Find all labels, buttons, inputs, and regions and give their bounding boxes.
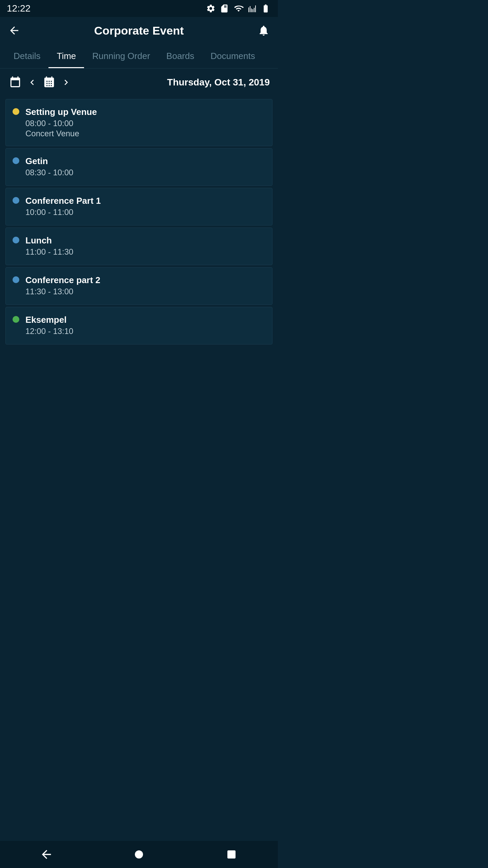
event-content: Getin 08:30 - 10:00 (25, 156, 265, 178)
calendar-nav-controls (8, 75, 73, 90)
back-button[interactable] (8, 24, 20, 37)
event-item[interactable]: Lunch 11:00 - 11:30 (5, 228, 272, 265)
event-dot (13, 276, 19, 283)
event-location: Concert Venue (25, 129, 265, 138)
status-time: 12:22 (7, 3, 30, 14)
event-time: 12:00 - 13:10 (25, 327, 265, 336)
tab-bar: Details Time Running Order Boards Docume… (0, 44, 278, 68)
event-content: Lunch 11:00 - 11:30 (25, 235, 265, 257)
calendar-nav: Thursday, Oct 31, 2019 (0, 68, 278, 96)
tab-running-order[interactable]: Running Order (84, 44, 158, 68)
event-item[interactable]: Eksempel 12:00 - 13:10 (5, 307, 272, 344)
event-item[interactable]: Conference Part 1 10:00 - 11:00 (5, 188, 272, 225)
current-date: Thursday, Oct 31, 2019 (167, 77, 270, 88)
wifi-icon (233, 4, 244, 13)
event-content: Conference Part 1 10:00 - 11:00 (25, 196, 265, 218)
event-item[interactable]: Conference part 2 11:30 - 13:00 (5, 267, 272, 305)
event-content: Conference part 2 11:30 - 13:00 (25, 275, 265, 297)
tab-details[interactable]: Details (5, 44, 48, 68)
event-item[interactable]: Setting up Venue 08:00 - 10:00 Concert V… (5, 99, 272, 146)
event-title: Lunch (25, 235, 265, 246)
event-dot (13, 197, 19, 204)
page-title: Corporate Event (20, 24, 258, 37)
event-title: Eksempel (25, 315, 265, 325)
settings-icon (206, 4, 216, 13)
event-title: Getin (25, 156, 265, 166)
sd-card-icon (220, 4, 229, 13)
day-view-button[interactable] (8, 75, 22, 90)
event-title: Conference Part 1 (25, 196, 265, 206)
battery-icon (260, 4, 271, 13)
event-title: Setting up Venue (25, 107, 265, 117)
event-dot (13, 237, 19, 243)
event-time: 08:30 - 10:00 (25, 168, 265, 177)
event-dot (13, 157, 19, 164)
event-title: Conference part 2 (25, 275, 265, 285)
event-time: 11:00 - 11:30 (25, 247, 265, 257)
app-bar: Corporate Event (0, 17, 278, 44)
status-icons (206, 4, 271, 13)
tab-time[interactable]: Time (48, 44, 84, 68)
signal-icon (248, 4, 256, 13)
event-item[interactable]: Getin 08:30 - 10:00 (5, 148, 272, 186)
event-dot (13, 316, 19, 323)
event-content: Setting up Venue 08:00 - 10:00 Concert V… (25, 107, 265, 138)
range-view-button[interactable] (42, 75, 56, 90)
tab-documents[interactable]: Documents (202, 44, 263, 68)
next-date-button[interactable] (59, 75, 73, 90)
event-content: Eksempel 12:00 - 13:10 (25, 315, 265, 337)
tab-boards[interactable]: Boards (158, 44, 202, 68)
event-list: Setting up Venue 08:00 - 10:00 Concert V… (0, 96, 278, 349)
event-time: 08:00 - 10:00 (25, 119, 265, 128)
prev-date-button[interactable] (25, 75, 39, 90)
event-time: 10:00 - 11:00 (25, 208, 265, 217)
event-dot (13, 108, 19, 115)
notification-button[interactable] (258, 24, 270, 37)
status-bar: 12:22 (0, 0, 278, 17)
event-time: 11:30 - 13:00 (25, 287, 265, 296)
